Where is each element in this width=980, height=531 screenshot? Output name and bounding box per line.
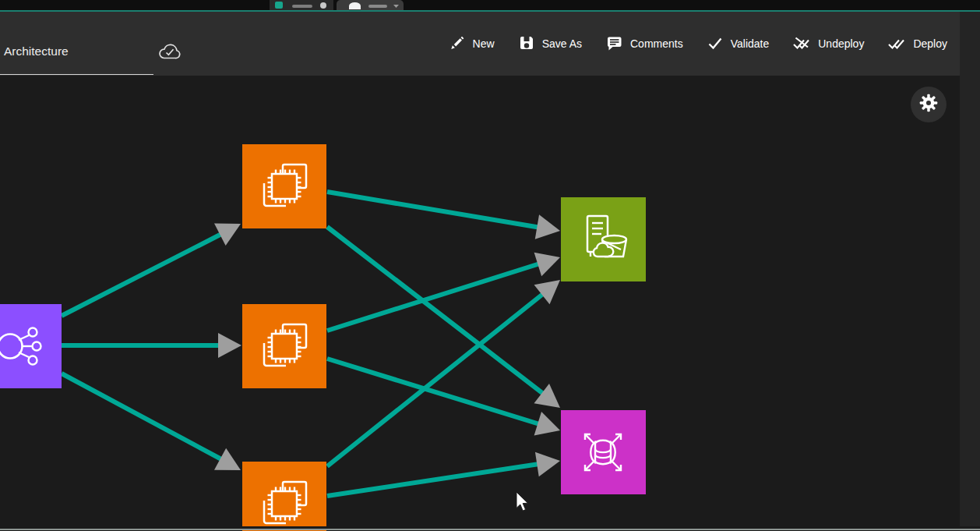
double-check-slash-icon: [792, 34, 811, 54]
teal-app-icon: [275, 2, 283, 9]
chevron-down-icon: [393, 5, 399, 8]
arrowhead: [535, 214, 562, 243]
double-check-icon: [887, 34, 906, 54]
diagram-canvas[interactable]: [0, 76, 960, 531]
right-panel-strip: [960, 12, 980, 531]
save-as-button[interactable]: Save As: [518, 34, 582, 54]
tab-1-label-cutoff: [292, 5, 312, 8]
comment-bubble-icon: [605, 34, 623, 54]
edge-lb-compute-3[interactable]: [62, 373, 247, 481]
validate-button-label: Validate: [731, 37, 770, 50]
canvas-settings-button[interactable]: [911, 87, 947, 122]
node-database[interactable]: [561, 410, 646, 494]
window-top-strip: [0, 0, 980, 10]
save-as-button-label: Save As: [542, 37, 582, 50]
gear-icon: [918, 93, 939, 116]
tab-1-badge-icon: [320, 2, 326, 9]
node-compute-2[interactable]: [242, 304, 326, 388]
validate-button[interactable]: Validate: [707, 34, 770, 54]
toolbar: Architecture New: [0, 12, 960, 76]
edge-compute1-storage[interactable]: [327, 192, 562, 243]
toolbar-actions: New Save As Comments: [449, 12, 947, 76]
new-button[interactable]: New: [449, 34, 495, 54]
arrowhead: [534, 246, 564, 277]
arrowhead: [534, 412, 564, 442]
tab-2[interactable]: [337, 0, 404, 10]
edge-compute3-database[interactable]: [327, 448, 562, 496]
title-input-underline: [0, 74, 153, 75]
edge-lb-compute-2[interactable]: [62, 333, 241, 358]
edge-lb-compute-1[interactable]: [62, 213, 246, 316]
scalable-database-icon: [585, 434, 621, 470]
edge-compute1-database[interactable]: [327, 227, 568, 418]
arrowhead: [214, 448, 247, 481]
comments-button-label: Comments: [630, 37, 683, 50]
arrowhead: [214, 213, 246, 246]
node-load-balancer[interactable]: [0, 304, 62, 388]
tab-2-label-cutoff: [368, 5, 387, 8]
diagram-title-input[interactable]: Architecture: [4, 44, 69, 58]
check-icon: [707, 34, 724, 54]
undeploy-button[interactable]: Undeploy: [792, 34, 864, 54]
arrowhead: [535, 448, 562, 476]
node-storage[interactable]: [561, 197, 646, 281]
new-button-label: New: [473, 37, 495, 50]
save-floppy-icon: [518, 34, 535, 54]
undeploy-button-label: Undeploy: [818, 37, 864, 50]
comments-button[interactable]: Comments: [605, 34, 683, 54]
node-compute-3[interactable]: [242, 462, 326, 531]
tab-1[interactable]: [270, 0, 333, 10]
node-compute-1[interactable]: [242, 144, 326, 228]
cloud-check-icon: [157, 41, 182, 66]
deploy-button[interactable]: Deploy: [887, 34, 947, 54]
user-avatar-icon: [349, 2, 361, 9]
pencil-icon: [449, 34, 466, 54]
deploy-button-label: Deploy: [913, 37, 947, 50]
arrowhead: [218, 333, 241, 358]
window-bottom-border: [0, 529, 980, 530]
